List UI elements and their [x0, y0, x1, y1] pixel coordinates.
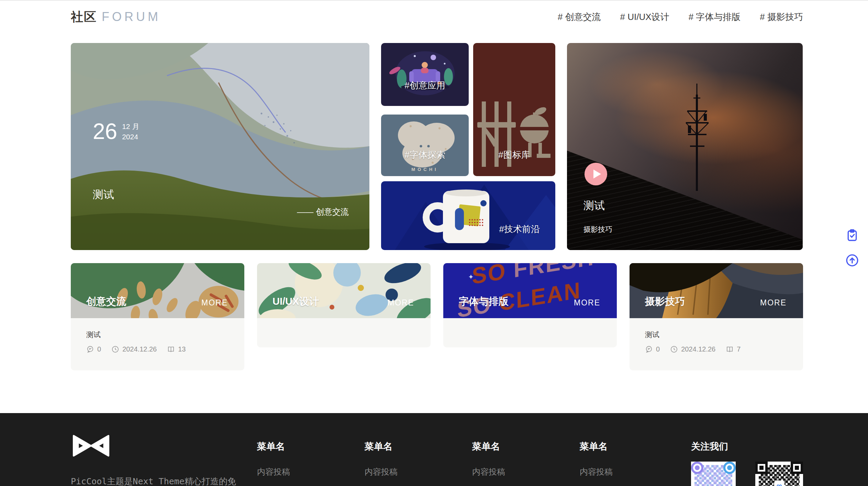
nav-item-creative[interactable]: # 创意交流	[558, 11, 601, 23]
footer-link-submit[interactable]: 内容投稿	[580, 466, 687, 477]
topic-label-icon-library: #图标库	[473, 149, 555, 161]
footer-link-submit[interactable]: 内容投稿	[257, 466, 365, 477]
category-title-uiux: UI/UX设计	[272, 295, 319, 309]
category-image-uiux[interactable]: UI/UX设计 MORE	[257, 263, 431, 318]
nav-item-uiux[interactable]: # UI/UX设计	[620, 11, 669, 23]
footer-menu-column-4: 菜单名 内容投稿 找回密码	[580, 434, 687, 486]
topic-label-tech-frontier: #技术前沿	[499, 223, 540, 235]
qr-center-logo-icon: ∞	[774, 480, 784, 486]
post-date-value: 2024.12.26	[681, 345, 715, 353]
footer-column-title: 菜单名	[365, 440, 472, 453]
featured-art-illustration	[71, 43, 369, 250]
back-to-top-icon[interactable]	[845, 253, 859, 267]
logo-text-cn: 社区	[71, 9, 97, 25]
footer-about-text: PicCool主题是Next Theme精心打造的免	[71, 476, 257, 486]
site-footer: PicCool主题是Next Theme精心打造的免 菜单名 内容投稿 找回密码…	[0, 413, 868, 486]
category-card-photography: 摄影技巧 MORE 测试 0 2024.12	[630, 263, 803, 370]
footer-follow-section: 关注我们 ∞	[691, 434, 803, 486]
comment-count-value: 0	[97, 345, 101, 353]
post-link-photography[interactable]: 测试	[645, 330, 788, 339]
nav-item-typography[interactable]: # 字体与排版	[689, 11, 741, 23]
featured-post-card[interactable]: 26 12 月 2024 测试 —— 创意交流	[71, 43, 369, 250]
footer-link-submit[interactable]: 内容投稿	[365, 466, 472, 477]
featured-post-title: 测试	[93, 187, 114, 202]
category-cards-section: 创意交流 MORE 测试 0 2024.12	[71, 263, 803, 370]
category-card-creative: 创意交流 MORE 测试 0 2024.12	[71, 263, 244, 370]
topic-card-creative-apps[interactable]: #创意应用	[381, 43, 469, 106]
video-thumbnail	[567, 43, 803, 250]
comment-count: 0	[86, 345, 101, 353]
comment-icon	[86, 345, 94, 353]
topic-cards-group: #创意应用	[381, 43, 555, 250]
more-link-photography[interactable]: MORE	[760, 298, 787, 307]
category-image-typography[interactable]: SO FRESH SO CLEAN ✦ ✦ 字体与排版 MORE	[443, 263, 617, 318]
nav-item-photography[interactable]: # 摄影技巧	[760, 11, 803, 23]
post-date-value: 2024.12.26	[122, 345, 157, 353]
more-link-uiux[interactable]: MORE	[388, 298, 414, 307]
topic-label-font-explore: #字体探索	[381, 149, 469, 161]
hero-section: 26 12 月 2024 测试 —— 创意交流	[71, 43, 803, 250]
topic-card-tech-frontier[interactable]: #技术前沿	[381, 181, 555, 250]
footer-column-title: 菜单名	[472, 440, 580, 453]
topic-card-font-explore[interactable]: #字体探索 MOCHI	[381, 115, 469, 176]
clock-icon	[670, 345, 678, 353]
category-title-typography: 字体与排版	[459, 295, 509, 309]
play-button[interactable]	[585, 163, 607, 185]
category-body-creative: 测试 0 2024.12.26	[71, 318, 244, 370]
post-link-creative[interactable]: 测试	[86, 330, 229, 339]
follow-us-title: 关注我们	[691, 440, 803, 453]
footer-link-submit[interactable]: 内容投稿	[472, 466, 580, 477]
qr-finder-icon	[791, 462, 803, 474]
footer-menu-column-1: 菜单名 内容投稿 找回密码	[257, 434, 365, 486]
category-image-photography[interactable]: 摄影技巧 MORE	[630, 263, 803, 318]
qr-code-blue	[691, 462, 736, 486]
post-meta-photography: 0 2024.12.26 7	[645, 345, 788, 353]
featured-date-day: 26	[93, 120, 117, 142]
comment-count: 0	[645, 345, 660, 353]
category-body-uiux	[257, 318, 431, 347]
creative-floral-illustration	[71, 263, 244, 318]
post-meta-creative: 0 2024.12.26 13	[86, 345, 229, 353]
cliff-photo-illustration	[630, 263, 803, 318]
footer-column-title: 菜单名	[580, 440, 687, 453]
topic-label-creative-apps: #创意应用	[381, 79, 469, 91]
post-date: 2024.12.26	[670, 345, 715, 353]
logo-text-en: FORUM	[102, 10, 161, 24]
video-post-card[interactable]: 测试 摄影技巧	[567, 43, 803, 250]
floating-action-buttons	[845, 228, 859, 267]
more-link-creative[interactable]: MORE	[201, 298, 228, 307]
featured-date-month: 12 月	[122, 122, 139, 131]
category-title-photography: 摄影技巧	[645, 295, 685, 309]
category-body-photography: 测试 0 2024.12.26	[630, 318, 803, 370]
comment-count-value: 0	[656, 345, 660, 353]
featured-date: 26 12 月 2024	[93, 120, 139, 142]
uiux-leaf-illustration	[257, 263, 431, 318]
tech-frontier-illustration	[381, 181, 555, 250]
footer-brand: PicCool主题是Next Theme精心打造的免	[71, 434, 257, 486]
category-image-creative[interactable]: 创意交流 MORE	[71, 263, 244, 318]
sparkle-icon: ✦	[468, 273, 474, 281]
comment-icon	[645, 345, 653, 353]
site-logo[interactable]: 社区 FORUM	[71, 9, 161, 25]
view-count-value: 7	[737, 345, 741, 353]
post-date: 2024.12.26	[111, 345, 157, 353]
infinity-logo-icon	[71, 434, 111, 457]
topic-card-icon-library[interactable]: #图标库	[473, 43, 555, 176]
qr-finder-icon	[755, 462, 768, 474]
footer-column-title: 菜单名	[257, 440, 365, 453]
qr-code-black: ∞	[755, 462, 803, 486]
footer-menu-column-3: 菜单名 内容投稿 找回密码	[472, 434, 580, 486]
clipboard-check-icon[interactable]	[845, 228, 859, 242]
main-nav: # 创意交流 # UI/UX设计 # 字体与排版 # 摄影技巧	[558, 11, 803, 23]
category-card-typography: SO FRESH SO CLEAN ✦ ✦ 字体与排版 MORE	[443, 263, 617, 347]
qr-finder-icon	[691, 462, 703, 474]
view-count-value: 13	[178, 345, 186, 353]
category-title-creative: 创意交流	[86, 295, 126, 309]
category-card-uiux: UI/UX设计 MORE	[257, 263, 431, 347]
fresh-art-text: SO FRESH SO CLEAN	[472, 263, 596, 318]
category-body-typography	[443, 318, 617, 347]
play-icon	[593, 170, 601, 179]
clock-icon	[111, 345, 119, 353]
more-link-typography[interactable]: MORE	[574, 298, 600, 307]
qr-finder-icon	[723, 462, 736, 474]
